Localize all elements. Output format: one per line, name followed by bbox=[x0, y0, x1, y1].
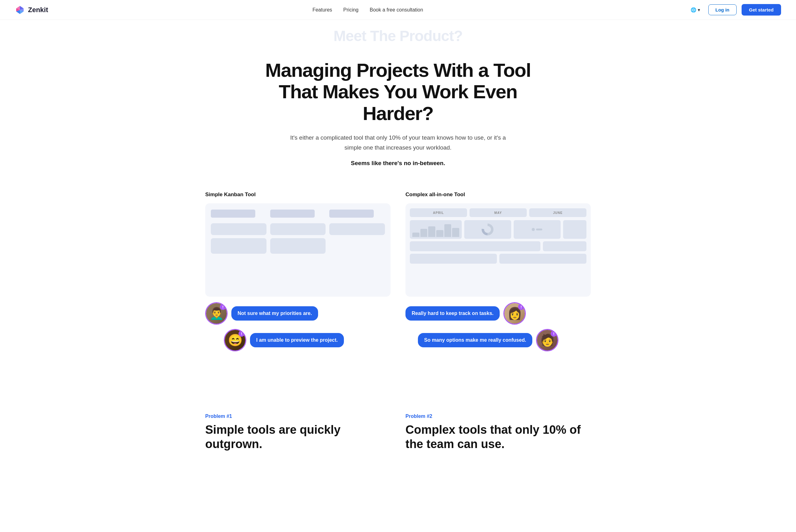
complex-column: Complex all-in-one Tool APRIL MAY JUNE bbox=[405, 192, 591, 382]
gantt-row-1 bbox=[410, 220, 586, 239]
gantt-row-2 bbox=[410, 241, 586, 251]
gantt-header: APRIL MAY JUNE bbox=[410, 208, 586, 217]
zenkit-logo-icon bbox=[15, 5, 25, 15]
problem-1-col: Problem #1 Simple tools are quickly outg… bbox=[205, 414, 391, 451]
gantt-bar-row bbox=[543, 241, 586, 251]
kanban-card bbox=[329, 210, 374, 217]
bar bbox=[420, 229, 428, 237]
kanban-bubble-text-1: Not sure what my priorities are. bbox=[231, 306, 318, 321]
bar bbox=[412, 232, 419, 237]
kanban-card bbox=[270, 238, 326, 254]
nav-consultation[interactable]: Book a free consultation bbox=[370, 7, 423, 13]
kanban-col-2 bbox=[270, 210, 326, 254]
kanban-card bbox=[270, 223, 326, 235]
complex-bubble-2: So many options make me really confused.… bbox=[418, 329, 591, 352]
kanban-mockup-wrapper: 👨‍🦱 ! Not sure what my priorities are. 😄… bbox=[205, 203, 391, 382]
login-button[interactable]: Log in bbox=[708, 4, 737, 15]
kanban-col-3 bbox=[329, 210, 385, 254]
gantt-icons bbox=[514, 220, 561, 239]
language-button[interactable]: 🌐 ▾ bbox=[687, 5, 703, 15]
nav-pricing[interactable]: Pricing bbox=[343, 7, 359, 13]
dot-icon bbox=[532, 228, 535, 231]
gantt-pie bbox=[464, 220, 511, 239]
get-started-button[interactable]: Get started bbox=[742, 4, 781, 16]
hero-inbetween: Seems like there's no in-between. bbox=[264, 160, 532, 167]
kanban-card bbox=[211, 210, 255, 217]
problem-1-label: Problem #1 bbox=[205, 414, 391, 419]
nav-features[interactable]: Features bbox=[312, 7, 332, 13]
problem-2-title: Complex tools that only 10% of the team … bbox=[405, 423, 591, 451]
exclaim-icon: ! bbox=[220, 304, 226, 310]
problem-2-col: Problem #2 Complex tools that only 10% o… bbox=[405, 414, 591, 451]
kanban-columns bbox=[211, 210, 385, 254]
gantt-bar-row bbox=[499, 254, 586, 264]
complex-label: Complex all-in-one Tool bbox=[405, 192, 591, 198]
exclaim-icon: ! bbox=[551, 330, 557, 337]
kanban-card bbox=[329, 223, 385, 235]
bar bbox=[428, 226, 435, 237]
kanban-bubble-1: 👨‍🦱 ! Not sure what my priorities are. bbox=[205, 302, 391, 325]
hero-title: Managing Projects With a Tool That Makes… bbox=[264, 59, 532, 124]
gantt-month-april: APRIL bbox=[410, 208, 467, 217]
pie-chart-icon bbox=[481, 223, 494, 236]
hero-subtitle: It's either a complicated tool that only… bbox=[289, 133, 507, 152]
complex-mockup-wrapper: APRIL MAY JUNE bbox=[405, 203, 591, 382]
bar bbox=[452, 228, 459, 237]
gantt-rows bbox=[410, 220, 586, 264]
complex-bubble-1: Really hard to keep track on tasks. 👩 ! bbox=[405, 302, 591, 325]
bar bbox=[436, 230, 443, 237]
kanban-label: Simple Kanban Tool bbox=[205, 192, 391, 198]
kanban-bubble-text-2: I am unable to preview the project. bbox=[250, 333, 344, 347]
nav-links: Features Pricing Book a free consultatio… bbox=[312, 7, 423, 13]
comparison-section: Simple Kanban Tool bbox=[181, 173, 615, 395]
exclaim-icon: ! bbox=[239, 330, 245, 337]
kanban-card bbox=[211, 238, 266, 254]
gantt-row-3 bbox=[410, 254, 586, 264]
avatar-4: 🧑 ! bbox=[536, 329, 558, 352]
kanban-column: Simple Kanban Tool bbox=[205, 192, 391, 382]
gantt-settings bbox=[563, 220, 586, 239]
hero-section: Managing Projects With a Tool That Makes… bbox=[258, 44, 538, 173]
complex-bubble-text-2: So many options make me really confused. bbox=[418, 333, 532, 347]
gantt-bar-row bbox=[410, 254, 497, 264]
kanban-col-1 bbox=[211, 210, 266, 254]
logo-link[interactable]: Zenkit bbox=[15, 5, 48, 15]
kanban-mockup bbox=[205, 203, 391, 297]
line-icon bbox=[536, 229, 542, 230]
avatar-2: 😄 ! bbox=[224, 329, 246, 352]
logo-text: Zenkit bbox=[28, 6, 48, 14]
complex-bubble-text-1: Really hard to keep track on tasks. bbox=[405, 306, 500, 321]
globe-icon: 🌐 bbox=[690, 7, 697, 13]
problems-section: Problem #1 Simple tools are quickly outg… bbox=[181, 395, 615, 470]
problem-1-title: Simple tools are quickly outgrown. bbox=[205, 423, 391, 451]
avatar-1: 👨‍🦱 ! bbox=[205, 302, 228, 325]
avatar-3: 👩 ! bbox=[504, 302, 526, 325]
problem-2-label: Problem #2 bbox=[405, 414, 591, 419]
gantt-month-may: MAY bbox=[470, 208, 527, 217]
navbar-right: 🌐 ▾ Log in Get started bbox=[687, 4, 781, 16]
kanban-card bbox=[211, 223, 266, 235]
language-dropdown-icon: ▾ bbox=[698, 7, 700, 13]
kanban-bubble-2: 😄 ! I am unable to preview the project. bbox=[224, 329, 391, 352]
gantt-chart bbox=[410, 220, 462, 239]
bar bbox=[444, 224, 452, 237]
navbar: Zenkit Features Pricing Book a free cons… bbox=[0, 0, 796, 20]
ghost-heading: Meet The Product? bbox=[0, 20, 796, 44]
gantt-bar-row bbox=[410, 241, 541, 251]
gantt-month-june: JUNE bbox=[529, 208, 586, 217]
complex-mockup: APRIL MAY JUNE bbox=[405, 203, 591, 297]
kanban-card bbox=[270, 210, 315, 217]
